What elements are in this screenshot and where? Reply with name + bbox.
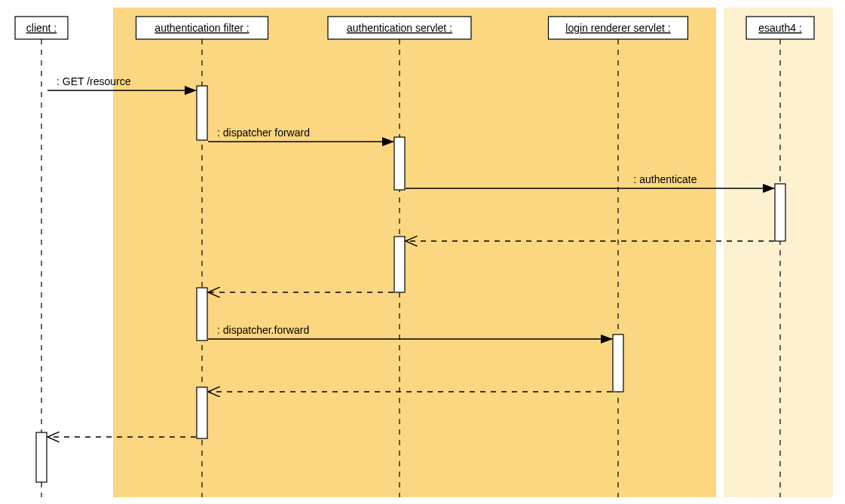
zone-1 bbox=[724, 8, 833, 497]
sequence-diagram: client :authentication filter :authentic… bbox=[0, 0, 845, 504]
activation-filter-0 bbox=[197, 86, 207, 140]
activation-servlet-3 bbox=[394, 237, 405, 292]
lifeline-label-login: login renderer servlet : bbox=[565, 22, 670, 34]
lifeline-label-filter: authentication filter : bbox=[155, 22, 249, 34]
activation-filter-4 bbox=[197, 288, 207, 341]
lifeline-label-servlet: authentication servlet : bbox=[347, 22, 452, 34]
message-label-5: : dispatcher.forward bbox=[217, 324, 309, 336]
lifeline-label-client: client : bbox=[26, 22, 57, 34]
activation-login-5 bbox=[613, 334, 623, 392]
lifeline-label-esauth: esauth4 : bbox=[758, 22, 802, 34]
activation-esauth-2 bbox=[775, 184, 785, 241]
activation-client-7 bbox=[36, 432, 47, 482]
message-label-2: : authenticate bbox=[633, 173, 697, 185]
activation-servlet-1 bbox=[394, 137, 405, 190]
message-label-0: : GET /resource bbox=[57, 75, 131, 87]
activation-filter-6 bbox=[197, 387, 207, 438]
message-label-1: : dispatcher forward bbox=[217, 127, 310, 139]
